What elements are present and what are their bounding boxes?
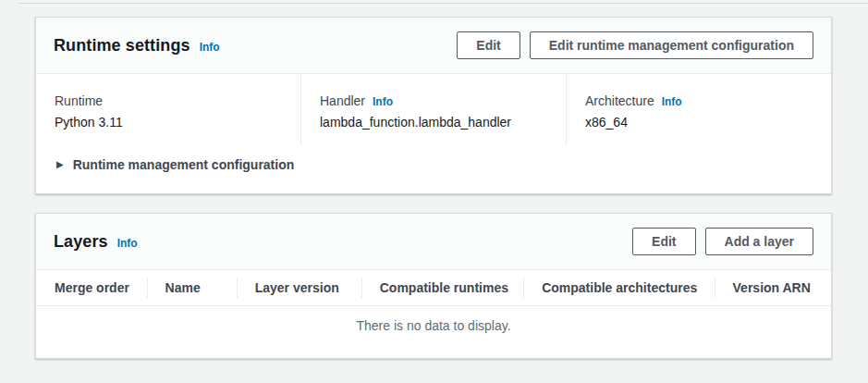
layers-table-header: Merge order Name Layer version Compatibl… — [36, 270, 831, 305]
layers-info-link[interactable]: Info — [117, 237, 138, 250]
page-top-divider — [18, 3, 868, 4]
runtime-settings-info-link[interactable]: Info — [200, 41, 220, 54]
edit-layers-button[interactable]: Edit — [632, 228, 695, 255]
architecture-value: x86_64 — [585, 114, 813, 130]
column-header-name: Name — [147, 270, 237, 305]
runtime-management-configuration-expander-label: Runtime management configuration — [73, 157, 295, 172]
expand-caret-icon: ▶ — [56, 160, 64, 169]
handler-value: lambda_function.lambda_handler — [320, 114, 547, 130]
architecture-field: Architecture Info x86_64 — [566, 74, 831, 145]
layers-header: Layers Info Edit Add a layer — [36, 214, 831, 270]
runtime-management-configuration-expander[interactable]: ▶ Runtime management configuration — [36, 145, 831, 193]
layers-actions: Edit Add a layer — [632, 228, 813, 255]
column-header-compatible-runtimes: Compatible runtimes — [361, 270, 523, 305]
architecture-info-link[interactable]: Info — [662, 95, 682, 108]
layers-card: Layers Info Edit Add a layer Merge order… — [35, 213, 832, 359]
runtime-settings-actions: Edit Edit runtime management configurati… — [457, 31, 813, 59]
handler-info-link[interactable]: Info — [373, 95, 393, 108]
runtime-field: Runtime Python 3.11 — [36, 74, 300, 145]
layers-title-group: Layers Info — [54, 232, 138, 252]
runtime-value: Python 3.11 — [55, 114, 282, 130]
layers-title: Layers — [54, 232, 108, 252]
runtime-settings-header: Runtime settings Info Edit Edit runtime … — [36, 18, 831, 74]
layers-empty-state: There is no data to display. — [36, 306, 831, 358]
column-header-version-arn: Version ARN — [715, 270, 831, 305]
edit-runtime-settings-button[interactable]: Edit — [457, 31, 520, 59]
column-header-layer-version: Layer version — [237, 270, 361, 305]
column-header-merge-order: Merge order — [36, 270, 147, 305]
handler-label: Handler — [320, 93, 365, 109]
runtime-settings-card: Runtime settings Info Edit Edit runtime … — [35, 17, 832, 194]
runtime-label: Runtime — [55, 93, 103, 109]
architecture-label: Architecture — [585, 93, 654, 109]
handler-field: Handler Info lambda_function.lambda_hand… — [300, 74, 566, 145]
edit-runtime-management-configuration-button[interactable]: Edit runtime management configuration — [530, 31, 813, 59]
column-header-compatible-architectures: Compatible architectures — [523, 270, 714, 305]
runtime-settings-title-group: Runtime settings Info — [54, 36, 220, 56]
add-a-layer-button[interactable]: Add a layer — [705, 228, 813, 255]
runtime-settings-title: Runtime settings — [54, 36, 190, 56]
runtime-settings-fields: Runtime Python 3.11 Handler Info lambda_… — [36, 74, 831, 145]
